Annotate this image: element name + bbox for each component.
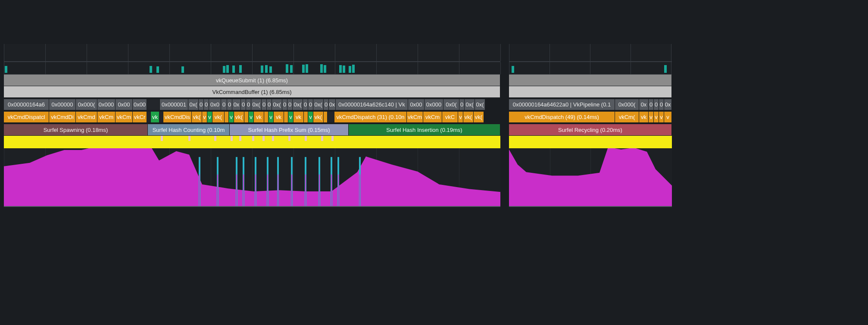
timeline-block[interactable] xyxy=(159,112,163,122)
timeline-block[interactable]: 0x( xyxy=(475,99,485,110)
timeline-block[interactable]: v xyxy=(654,112,659,122)
timeline-block[interactable]: 0x00 xyxy=(408,99,425,110)
timeline-block[interactable] xyxy=(304,112,308,122)
queue-submit-block[interactable]: vkQueueSubmit (1) (6.85ms) xyxy=(4,75,500,86)
timeline-block[interactable] xyxy=(147,112,151,122)
timeline-block[interactable]: v xyxy=(659,112,664,122)
timeline-block[interactable] xyxy=(264,112,269,122)
timeline-block[interactable]: 0 xyxy=(262,99,267,110)
timeline-block[interactable]: 0x xyxy=(329,99,336,110)
time-ruler[interactable] xyxy=(509,44,672,62)
timeline-block[interactable]: 0x00 xyxy=(133,99,147,110)
timeline-block[interactable]: 0x000( xyxy=(615,99,639,110)
pipeline-address-row[interactable]: 0x00000164a60x000000x000(0x0000x000x000x… xyxy=(4,99,500,110)
timeline-block[interactable]: vkC xyxy=(442,112,458,122)
timeline-block[interactable]: v xyxy=(664,112,672,122)
timeline-block[interactable]: 0x00000164a64622a0 | VkPipeline (0.1 xyxy=(509,99,615,110)
timeline-block[interactable]: vk xyxy=(254,112,264,122)
timeline-block[interactable]: 0 xyxy=(324,99,329,110)
command-buffer-block-cont[interactable] xyxy=(509,86,672,97)
timeline-block[interactable]: v xyxy=(649,112,654,122)
timeline-block[interactable]: v xyxy=(229,112,234,122)
overview-strip[interactable] xyxy=(509,62,672,75)
timeline-block[interactable]: vkCmd xyxy=(76,112,97,122)
timeline-block[interactable]: 0x( xyxy=(272,99,282,110)
timeline-block[interactable]: 0x0 xyxy=(209,99,221,110)
timeline-block[interactable]: 0x xyxy=(639,99,649,110)
timeline-block[interactable] xyxy=(225,112,229,122)
timeline-block[interactable] xyxy=(284,112,288,122)
timeline-block[interactable]: Surfel Recycling (0.20ms) xyxy=(509,124,672,135)
timeline-block[interactable]: 0x00000 xyxy=(49,99,76,110)
occupancy-strip[interactable] xyxy=(509,136,672,148)
timeline-block[interactable]: vkCm( xyxy=(615,112,639,122)
timeline-block[interactable]: 0x0( xyxy=(443,99,459,110)
timeline-block[interactable] xyxy=(244,112,249,122)
timeline-block[interactable]: Surfel Hash Counting (0.10m xyxy=(148,124,230,135)
timeline-block[interactable]: vk( xyxy=(463,112,474,122)
timeline-block[interactable]: vk( xyxy=(234,112,244,122)
pipeline-address-row[interactable]: 0x00000164a64622a0 | VkPipeline (0.10x00… xyxy=(509,99,672,110)
timeline-block[interactable]: 0x000001 xyxy=(160,99,188,110)
timeline-block[interactable]: vk xyxy=(274,112,284,122)
timeline-block[interactable]: v xyxy=(458,112,463,122)
timeline-block[interactable]: vk xyxy=(293,112,304,122)
queue-submit-block-cont[interactable] xyxy=(509,75,672,86)
timeline-block[interactable]: vkCm xyxy=(97,112,116,122)
counter-chart-left[interactable] xyxy=(4,148,500,207)
timeline-block[interactable] xyxy=(324,112,328,122)
timeline-block[interactable]: 0x00000164a6 xyxy=(4,99,49,110)
timeline-block[interactable]: Surfel Hash Prefix Sum (0.15ms) xyxy=(230,124,349,135)
timeline-block[interactable]: 0 xyxy=(459,99,465,110)
timeline-block[interactable]: 0x000( xyxy=(76,99,97,110)
timeline-block[interactable] xyxy=(328,112,334,122)
timeline-block[interactable]: vk xyxy=(151,112,159,122)
timeline-block[interactable]: vkCmdDispatch (31) (0.10n xyxy=(334,112,407,122)
timeline-block[interactable]: 0x000 xyxy=(425,99,443,110)
timeline-block[interactable]: v xyxy=(207,112,212,122)
overview-strip[interactable] xyxy=(4,62,500,75)
time-ruler[interactable] xyxy=(4,44,500,62)
timeline-block[interactable]: 0x( xyxy=(251,99,262,110)
timeline-block[interactable]: v xyxy=(269,112,274,122)
stage-row[interactable]: Surfel Recycling (0.20ms) xyxy=(509,124,672,136)
timeline-block[interactable]: vkCmdDis xyxy=(163,112,192,122)
timeline-block[interactable]: 0 xyxy=(282,99,287,110)
command-buffer-row[interactable]: VkCommandBuffer (1) (6.85ms) xyxy=(4,86,500,98)
timeline-block[interactable]: 0x xyxy=(664,99,672,110)
timeline-block[interactable]: vk xyxy=(639,112,649,122)
timeline-block[interactable]: 0 xyxy=(199,99,204,110)
timeline-block[interactable]: 0 xyxy=(246,99,251,110)
timeline-block[interactable]: vkCr xyxy=(133,112,147,122)
timeline-block[interactable]: 0 xyxy=(227,99,232,110)
timeline-block[interactable]: vkCmdDispatch (49) (0.14ms) xyxy=(509,112,615,122)
timeline-block[interactable]: 0x( xyxy=(465,99,475,110)
timeline-block[interactable]: 0x( xyxy=(293,99,303,110)
timeline-block[interactable]: 0 xyxy=(241,99,246,110)
timeline-block[interactable]: vkCmdDi xyxy=(49,112,76,122)
stage-row[interactable]: Surfel Spawning (0.18ms)Surfel Hash Coun… xyxy=(4,124,500,136)
timeline-block[interactable]: vk( xyxy=(474,112,484,122)
queue-submit-row-continuation[interactable] xyxy=(509,75,672,86)
timeline-block[interactable]: 0x xyxy=(232,99,241,110)
timeline-block[interactable]: 0x00000164a626c140 | Vk xyxy=(336,99,408,110)
dispatch-row[interactable]: vkCmdDispatch (49) (0.14ms)vkCm(vkvvvv xyxy=(509,112,672,123)
occupancy-strip[interactable] xyxy=(4,136,500,148)
timeline-block[interactable]: vk( xyxy=(212,112,225,122)
timeline-block[interactable]: 0 xyxy=(303,99,308,110)
command-buffer-block[interactable]: VkCommandBuffer (1) (6.85ms) xyxy=(4,86,500,97)
dispatch-row[interactable]: vkCmdDispatclvkCmdDivkCmdvkCmvkCmvkCrvkv… xyxy=(4,112,500,123)
timeline-block[interactable]: vk( xyxy=(313,112,324,122)
timeline-block[interactable]: 0 xyxy=(659,99,664,110)
timeline-block[interactable]: vkCm xyxy=(116,112,133,122)
timeline-block[interactable]: v xyxy=(202,112,207,122)
timeline-block[interactable]: v xyxy=(249,112,254,122)
timeline-block[interactable]: 0 xyxy=(221,99,227,110)
timeline-block[interactable]: v xyxy=(288,112,293,122)
queue-submit-row[interactable]: vkQueueSubmit (1) (6.85ms) xyxy=(4,75,500,86)
timeline-block[interactable]: 0 xyxy=(649,99,654,110)
counter-chart-right[interactable] xyxy=(509,148,672,207)
timeline-block[interactable]: vkCmdDispatcl xyxy=(4,112,49,122)
timeline-panel-left[interactable]: vkQueueSubmit (1) (6.85ms) VkCommandBuff… xyxy=(4,44,500,207)
command-buffer-row-continuation[interactable] xyxy=(509,86,672,98)
